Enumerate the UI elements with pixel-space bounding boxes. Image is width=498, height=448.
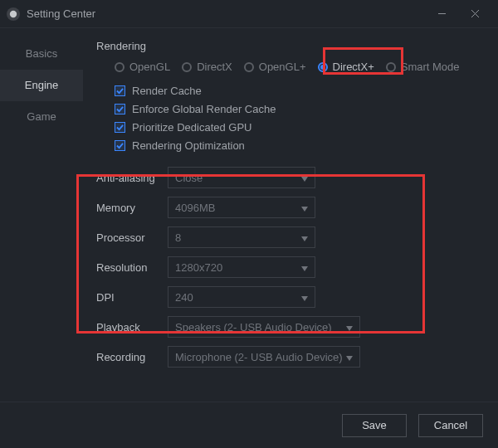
minimize-button[interactable]	[425, 0, 458, 28]
select-value: 240	[175, 291, 193, 304]
row-dpi: DPI 240	[96, 282, 485, 312]
select-value: Microphone (2- USB Audio Device)	[175, 351, 343, 363]
check-prioritize-dedicated-gpu[interactable]: Prioritize Dedicated GPU	[115, 118, 485, 136]
window-title: Setting Center	[27, 7, 95, 20]
sidebar-item-basics[interactable]: Basics	[0, 38, 83, 70]
label-resolution: Resolution	[96, 261, 158, 274]
checkbox-icon	[115, 140, 125, 151]
check-label: Render Cache	[132, 85, 202, 97]
sidebar-item-game[interactable]: Game	[0, 101, 83, 133]
select-processor[interactable]: 8	[168, 226, 315, 248]
radio-dot-icon	[182, 62, 192, 72]
label-playback: Playback	[96, 321, 158, 334]
row-processor: Processor 8	[96, 222, 485, 252]
check-label: Rendering Optimization	[132, 139, 245, 152]
check-enforce-global-render-cache[interactable]: Enforce Global Render Cache	[115, 100, 485, 118]
radio-label: Smart Mode	[401, 61, 460, 73]
radio-dot-icon	[115, 62, 124, 72]
svg-marker-8	[301, 296, 308, 301]
titlebar: Setting Center	[0, 0, 498, 28]
sidebar: Basics Engine Game	[0, 28, 83, 402]
radio-label: OpenGL+	[259, 61, 306, 73]
checkbox-icon	[115, 104, 125, 114]
select-playback[interactable]: Speakers (2- USB Audio Device)	[168, 316, 360, 338]
label-anti-aliasing: Anti-aliasing	[96, 172, 158, 184]
close-button[interactable]	[458, 0, 491, 28]
check-rendering-optimization[interactable]: Rendering Optimization	[115, 136, 485, 154]
select-dpi[interactable]: 240	[168, 286, 315, 308]
label-recording: Recording	[96, 351, 158, 363]
select-anti-aliasing[interactable]: Close	[168, 167, 315, 188]
svg-marker-7	[301, 266, 308, 271]
radio-label: DirectX	[197, 61, 232, 73]
app-icon	[7, 7, 20, 21]
select-value: Close	[175, 172, 203, 184]
save-button[interactable]: Save	[342, 414, 407, 437]
svg-marker-4	[301, 177, 308, 182]
label-processor: Processor	[96, 231, 158, 244]
chevron-down-icon	[346, 321, 353, 334]
row-resolution: Resolution 1280x720	[96, 252, 485, 282]
radio-directxplus[interactable]: DirectX+	[318, 61, 374, 73]
chevron-down-icon	[301, 172, 308, 184]
chevron-down-icon	[301, 231, 308, 244]
select-recording[interactable]: Microphone (2- USB Audio Device)	[168, 346, 360, 368]
svg-marker-10	[346, 356, 353, 361]
check-label: Prioritize Dedicated GPU	[132, 121, 252, 134]
radio-label: DirectX+	[333, 61, 374, 73]
svg-marker-6	[301, 236, 308, 241]
checkbox-icon	[115, 85, 125, 96]
engine-form: Anti-aliasing Close Memory 4096MB Proces…	[96, 163, 485, 372]
radio-openglplus[interactable]: OpenGL+	[244, 61, 306, 73]
radio-smartmode[interactable]: Smart Mode	[386, 61, 460, 73]
select-value: 8	[175, 231, 181, 244]
label-memory: Memory	[96, 202, 158, 214]
renderer-radio-group: OpenGL DirectX OpenGL+ DirectX+ Smart Mo…	[96, 61, 485, 73]
chevron-down-icon	[301, 261, 308, 274]
radio-dot-icon	[244, 62, 254, 72]
footer: Save Cancel	[0, 402, 498, 448]
chevron-down-icon	[301, 202, 308, 214]
sidebar-item-engine[interactable]: Engine	[0, 70, 83, 101]
row-playback: Playback Speakers (2- USB Audio Device)	[96, 312, 485, 342]
radio-directx[interactable]: DirectX	[182, 61, 232, 73]
radio-opengl[interactable]: OpenGL	[115, 61, 170, 73]
radio-dot-icon	[318, 62, 328, 72]
content-panel: Rendering OpenGL DirectX OpenGL+ DirectX…	[83, 28, 498, 402]
chevron-down-icon	[301, 291, 308, 304]
row-anti-aliasing: Anti-aliasing Close	[96, 163, 485, 192]
check-label: Enforce Global Render Cache	[132, 103, 276, 115]
render-check-list: Render Cache Enforce Global Render Cache…	[96, 81, 485, 154]
label-dpi: DPI	[96, 291, 158, 304]
select-value: 1280x720	[175, 261, 222, 274]
cancel-button[interactable]: Cancel	[418, 414, 483, 437]
check-render-cache[interactable]: Render Cache	[115, 81, 485, 100]
settings-window: Setting Center Basics Engine Game Render…	[0, 0, 498, 448]
select-memory[interactable]: 4096MB	[168, 197, 315, 218]
svg-marker-5	[301, 207, 308, 212]
radio-dot-icon	[386, 62, 396, 72]
svg-point-0	[10, 10, 17, 17]
select-resolution[interactable]: 1280x720	[168, 256, 315, 278]
rendering-title: Rendering	[96, 40, 485, 52]
svg-marker-9	[346, 326, 353, 331]
chevron-down-icon	[346, 351, 353, 363]
checkbox-icon	[115, 122, 125, 133]
select-value: 4096MB	[175, 202, 215, 214]
radio-label: OpenGL	[129, 61, 170, 73]
row-memory: Memory 4096MB	[96, 192, 485, 222]
row-recording: Recording Microphone (2- USB Audio Devic…	[96, 342, 485, 372]
select-value: Speakers (2- USB Audio Device)	[175, 321, 332, 334]
